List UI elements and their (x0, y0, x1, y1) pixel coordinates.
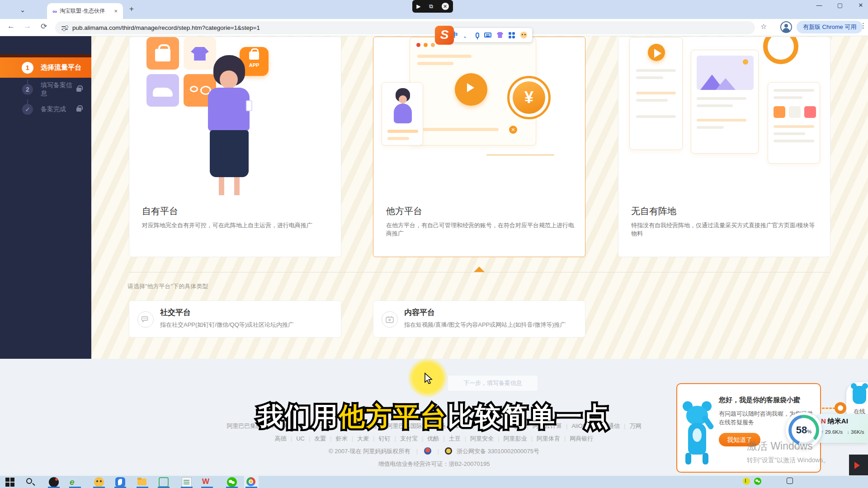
footer-link[interactable]: 高德 (275, 435, 287, 442)
police-record-text[interactable]: 浙公网安备 33010002000075号 (457, 448, 539, 455)
card-desc: 在他方平台，有自己可管理和经营的账号，在符合对应平台规范上进行电商推广 (386, 221, 574, 238)
taskbar-app-pet-icon[interactable] (94, 477, 104, 487)
new-tab-button[interactable]: + (129, 5, 134, 14)
subtype-prompt: 请选择"他方平台"下的具体类型 (127, 282, 208, 291)
platform-card-none[interactable]: 无自有阵地 特指没有自我经营阵地，仅通过流量采买方式直接推广官方页面/模块等物料 (618, 37, 830, 257)
tab-close-icon[interactable]: × (112, 8, 119, 14)
reload-button[interactable]: ⟳ (41, 22, 47, 31)
site-settings-icon[interactable] (61, 25, 68, 31)
subtitle-highlight: 他方平台 (339, 402, 448, 431)
lock-icon (76, 88, 81, 92)
police-badge-icon (445, 447, 452, 455)
search-icon[interactable] (26, 477, 36, 487)
back-button[interactable]: ← (7, 22, 15, 31)
footer-link[interactable]: 钉钉 (369, 435, 390, 442)
footer-link[interactable]: 支付宝 (391, 435, 418, 442)
sidebar-step-complete[interactable]: ✓ 备案完成 (0, 100, 91, 118)
card-title: 无自有阵地 (631, 205, 676, 217)
orange-ring-icon (763, 37, 798, 64)
sogou-logo-icon[interactable]: S (435, 26, 454, 45)
taskbar-app-quark-icon[interactable] (115, 477, 125, 487)
subtype-title: 社交平台 (160, 307, 191, 318)
ime-toolbox-icon[interactable] (509, 32, 515, 38)
tray-wechat-icon[interactable] (754, 478, 761, 485)
screen-recorder-bar: ▶ ⧉ ✕ (412, 0, 453, 13)
footer-link[interactable]: 大麦 (348, 435, 369, 442)
step-3-label: 备案完成 (41, 105, 76, 113)
card-title: 自有平台 (142, 205, 178, 217)
taskbar-screenshot-tool-icon[interactable] (159, 477, 169, 487)
ime-emoji-icon[interactable] (520, 32, 527, 38)
forward-button[interactable]: → (24, 22, 31, 31)
ime-keyboard-icon[interactable] (484, 33, 491, 38)
window-maximize-button[interactable]: ▢ (835, 2, 844, 9)
browser-menu-icon[interactable]: ⋮ (860, 22, 867, 30)
chrome-update-chip[interactable]: 有新版 Chrome 可用 (797, 21, 863, 33)
footer-link[interactable]: 友盟 (305, 435, 326, 442)
footer-link[interactable]: 阿里影业 (494, 435, 527, 442)
subtype-title: 内容平台 (404, 307, 435, 318)
ime-punctuation-icon[interactable]: 、 (463, 31, 470, 39)
coin-close-icon: ✕ (509, 126, 517, 134)
window-minimize-button[interactable]: — (815, 2, 824, 9)
subtitle-text: 我们用 (258, 402, 339, 431)
window-close-button[interactable]: ✕ (856, 2, 865, 9)
taskbar-app-ie-icon[interactable]: e (70, 477, 80, 487)
steps-sidebar: 1 选择流量平台 2 填写备案信息 ✓ 备案完成 (0, 36, 91, 359)
shirt-icon (191, 47, 209, 61)
glasses-icon (190, 86, 198, 92)
sidebar-step-fill-info[interactable]: 2 填写备案信息 (0, 80, 91, 99)
ime-microphone-icon[interactable] (476, 33, 479, 38)
subtype-desc: 指在社交APP(如钉钉/微信/QQ等)或社区论坛内推广 (160, 321, 294, 329)
taskbar-app-notes-icon[interactable] (182, 477, 192, 487)
start-button[interactable] (5, 477, 15, 487)
step-2-circle: 2 (22, 84, 33, 95)
hanger-tile-icon (804, 106, 816, 118)
shirt-tile-icon (774, 106, 785, 118)
subtype-card-social[interactable]: 社交平台 指在社交APP(如钉钉/微信/QQ等)或社区论坛内推广 (129, 300, 341, 338)
platform-card-other[interactable]: ¥ ✕ 他方平台 在他方平台，有自己可管理和经营的账号，在符合对应平台规范上进行… (373, 37, 585, 257)
subtype-card-content[interactable]: 内容平台 指在短视频/直播/图文等内容APP或网站上(如抖音/微博等)推广 (373, 300, 585, 338)
address-bar[interactable]: pub.alimama.com/third/manage/record/step… (55, 21, 755, 34)
recorder-play-icon[interactable]: ▶ (416, 3, 420, 9)
tray-input-icon[interactable] (787, 478, 793, 484)
browser-tab[interactable]: ∞ 淘宝联盟·生态伙伴 × (47, 3, 123, 19)
other-platform-illustration: ¥ ✕ (373, 37, 585, 195)
step-2-label: 填写备案信息 (41, 81, 76, 98)
ime-toolbar: 中 、 (446, 28, 533, 42)
tray-qqmusic-icon[interactable] (743, 478, 750, 485)
bag-icon (155, 49, 170, 61)
recorder-mini-widget[interactable] (849, 455, 868, 475)
taskbar-app-wps-icon[interactable]: W (202, 477, 212, 487)
sidebar-step-select-platform[interactable]: 1 选择流量平台 (0, 57, 91, 78)
footer-link[interactable]: 阿里安全 (461, 435, 494, 442)
tab-search-chevron-icon[interactable]: ⌄ (16, 5, 29, 16)
recorder-close-icon[interactable]: ✕ (442, 3, 449, 10)
footer-link[interactable]: 阿里体育 (527, 435, 560, 442)
play-button-icon (455, 73, 487, 106)
phone-icon (246, 100, 252, 111)
footer-link[interactable]: 优酷 (418, 435, 439, 442)
footer-link[interactable]: 网商银行 (560, 435, 593, 442)
cursor-highlight (408, 358, 448, 398)
taskbar-app-capcut-icon[interactable] (49, 477, 59, 487)
next-step-button[interactable]: 下一步，填写备案信息 (448, 375, 538, 391)
footer-link[interactable]: UC (287, 435, 305, 442)
footer-link[interactable]: 土豆 (439, 435, 460, 442)
taskbar-chrome-icon[interactable] (246, 477, 256, 487)
tab-title: 淘宝联盟·生态伙伴 (60, 7, 112, 15)
card-title: 他方平台 (386, 205, 422, 217)
page-content: 1 选择流量平台 2 填写备案信息 ✓ 备案完成 A (0, 36, 868, 359)
selected-pointer-triangle (474, 267, 485, 272)
taskbar-file-explorer-icon[interactable] (137, 477, 147, 487)
footer-link[interactable]: 虾米 (326, 435, 347, 442)
profile-avatar[interactable] (780, 21, 792, 33)
platform-card-own[interactable]: APP 自有平台 对应阵地完全自有并可控，可在此阵地上自主运营，进行电商推广 (129, 37, 341, 257)
image-placeholder (697, 56, 754, 90)
subtitle-text: 比较简单一点 (448, 402, 610, 431)
card-desc: 特指没有自我经营阵地，仅通过流量采买方式直接推广官方页面/模块等物料 (631, 221, 819, 238)
ime-skin-icon[interactable] (497, 32, 504, 38)
taskbar-wechat-icon[interactable] (227, 477, 237, 487)
recorder-resize-icon[interactable]: ⧉ (429, 3, 433, 9)
bookmark-star-icon[interactable]: ☆ (760, 22, 767, 31)
